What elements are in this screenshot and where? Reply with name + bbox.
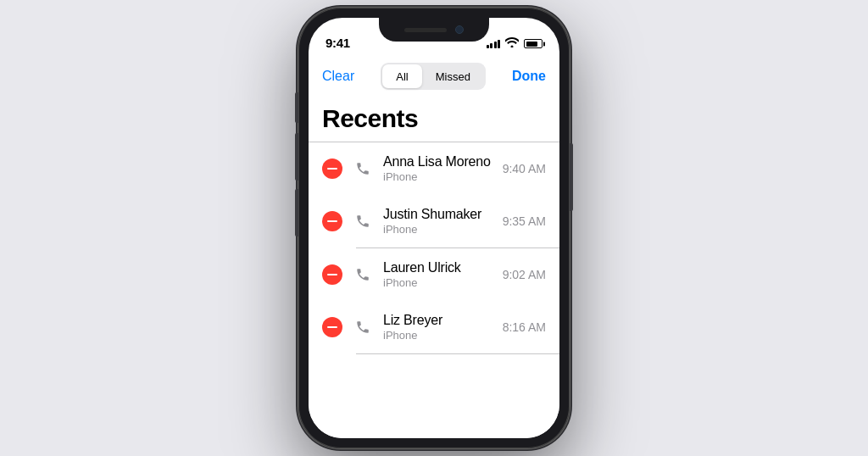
segment-missed[interactable]: Missed — [422, 64, 484, 88]
segment-all[interactable]: All — [382, 64, 421, 88]
call-type-icon-0 — [351, 157, 375, 181]
call-time-2: 9:02 AM — [503, 268, 546, 281]
battery-fill — [526, 42, 538, 47]
notch-speaker — [404, 28, 447, 32]
call-name-3: Liz Breyer — [383, 313, 503, 328]
recents-title: Recents — [309, 97, 559, 142]
bar3 — [494, 42, 497, 48]
remove-button-0[interactable] — [322, 158, 342, 179]
battery-icon — [524, 39, 542, 48]
bar1 — [487, 45, 489, 48]
segment-control-wrapper: All Missed — [354, 63, 512, 90]
btn-vol-down — [295, 189, 298, 236]
call-info-2: Lauren Ulrick iPhone — [383, 260, 503, 289]
segment-control: All Missed — [381, 63, 486, 90]
phone-wrapper: 9:41 — [298, 8, 570, 448]
call-type-1: iPhone — [383, 223, 503, 236]
notch — [379, 18, 489, 42]
call-time-0: 9:40 AM — [503, 162, 546, 175]
call-row-0[interactable]: Anna Lisa Moreno iPhone 9:40 AM — [309, 142, 559, 195]
remove-button-2[interactable] — [322, 264, 342, 285]
call-type-0: iPhone — [383, 170, 503, 183]
bar2 — [490, 43, 492, 48]
divider-4 — [356, 353, 559, 354]
call-type-icon-3 — [351, 315, 375, 339]
bar4 — [498, 40, 500, 48]
clear-button[interactable]: Clear — [322, 69, 354, 84]
call-row-1[interactable]: Justin Shumaker iPhone 9:35 AM — [309, 195, 559, 247]
call-name-2: Lauren Ulrick — [383, 260, 503, 275]
done-button[interactable]: Done — [512, 69, 546, 84]
remove-button-3[interactable] — [322, 317, 342, 337]
call-info-0: Anna Lisa Moreno iPhone — [383, 154, 503, 183]
battery-body — [524, 39, 542, 48]
call-type-icon-2 — [351, 263, 375, 286]
signal-bars-icon — [487, 40, 501, 48]
call-time-3: 8:16 AM — [503, 320, 546, 334]
call-row-2[interactable]: Lauren Ulrick iPhone 9:02 AM — [309, 248, 559, 301]
status-icons — [487, 37, 543, 50]
btn-power — [570, 143, 573, 211]
btn-silent — [295, 92, 298, 123]
remove-button-1[interactable] — [322, 211, 342, 231]
call-name-0: Anna Lisa Moreno — [383, 154, 503, 170]
call-type-icon-1 — [351, 209, 375, 233]
call-info-3: Liz Breyer iPhone — [383, 313, 503, 342]
status-time: 9:41 — [326, 36, 350, 50]
call-type-3: iPhone — [383, 329, 503, 342]
call-type-2: iPhone — [383, 276, 503, 289]
call-time-1: 9:35 AM — [503, 214, 546, 228]
nav-bar: Clear All Missed Done — [309, 55, 559, 97]
call-name-1: Justin Shumaker — [383, 207, 503, 222]
call-row-3[interactable]: Liz Breyer iPhone 8:16 AM — [309, 301, 559, 353]
call-info-1: Justin Shumaker iPhone — [383, 207, 503, 236]
notch-camera — [455, 25, 464, 34]
phone-screen: 9:41 — [309, 18, 559, 438]
wifi-icon — [505, 37, 519, 50]
btn-vol-up — [295, 133, 298, 181]
content-area: Recents Anna Lisa Moreno iPhone 9:40 AM — [309, 97, 559, 438]
